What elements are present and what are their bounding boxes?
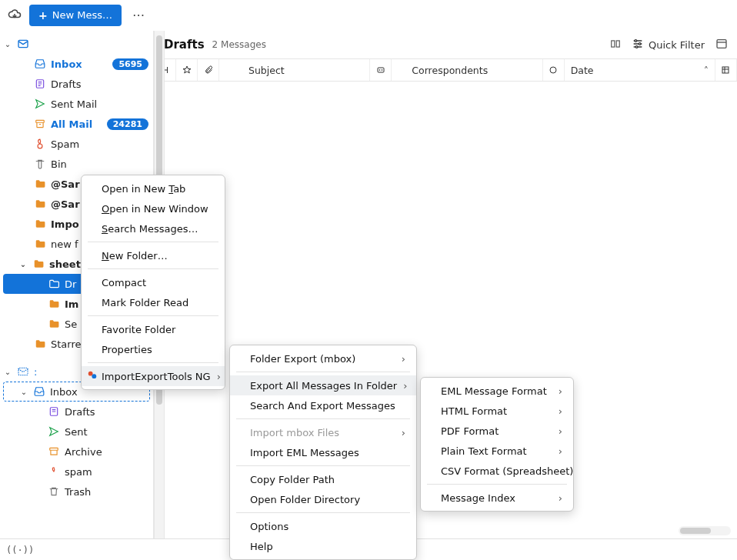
trash-icon: [34, 158, 46, 170]
folder-label: Inbox: [51, 58, 82, 70]
menu-import-mbox: Import mbox Files›: [230, 422, 416, 442]
svg-rect-2: [36, 120, 45, 122]
inbox-icon: [33, 385, 45, 398]
folder-spam-2[interactable]: spam: [0, 462, 153, 482]
svg-point-15: [550, 67, 556, 73]
menu-message-index[interactable]: Message Index›: [421, 488, 573, 508]
folder-label: Archive: [65, 446, 102, 458]
svg-point-17: [88, 371, 93, 375]
svg-rect-6: [612, 40, 615, 46]
folder-label: Se: [65, 318, 77, 330]
spam-icon: [48, 465, 60, 478]
col-subject[interactable]: Subject: [219, 59, 370, 81]
svg-point-8: [635, 39, 637, 42]
folder-sent-mail[interactable]: Sent Mail: [0, 94, 153, 114]
folder-label: spam: [65, 466, 92, 478]
menu-open-dir[interactable]: Open Folder Directory: [230, 489, 416, 509]
folder-bin[interactable]: Bin: [0, 154, 153, 174]
more-menu-button[interactable]: ⋯: [132, 8, 145, 22]
chevron-down-icon: ⌄: [18, 260, 28, 268]
folder-all-mail[interactable]: All Mail 24281: [0, 114, 153, 134]
main-scrollbar-h[interactable]: [679, 526, 731, 535]
chevron-right-icon: ›: [217, 371, 221, 382]
new-message-button[interactable]: + New Mess…: [29, 5, 122, 26]
col-junk[interactable]: [370, 59, 392, 81]
sort-asc-icon: ˄: [704, 65, 709, 76]
menu-new-folder[interactable]: New Folder…: [82, 245, 225, 265]
folder-inbox[interactable]: Inbox 5695: [0, 54, 153, 74]
folder-drafts[interactable]: Drafts: [0, 74, 153, 94]
menu-export-all[interactable]: Export All Messages In Folder›: [230, 375, 416, 395]
folder-trash-2[interactable]: Trash: [0, 482, 153, 502]
export-format-submenu: EML Message Format› HTML Format› PDF For…: [420, 377, 574, 512]
svg-point-10: [635, 45, 638, 48]
quick-filter-button[interactable]: Quick Filter: [632, 38, 705, 52]
archive-icon: [34, 118, 46, 130]
menu-importexport[interactable]: ImportExportTools NG ›: [82, 366, 225, 386]
menu-favorite[interactable]: Favorite Folder: [82, 319, 225, 339]
mailbox-icon: [17, 365, 29, 378]
folder-label: Sent: [65, 426, 88, 438]
spam-icon: [34, 138, 46, 150]
folder-spam[interactable]: Spam: [0, 134, 153, 154]
menu-mark-read[interactable]: Mark Folder Read: [82, 292, 225, 312]
svg-rect-3: [18, 368, 28, 375]
drafts-icon: [34, 78, 46, 90]
account1-row[interactable]: ⌄: [0, 34, 153, 54]
display-options-icon[interactable]: [715, 38, 728, 52]
menu-csv-format[interactable]: CSV Format (Spreadsheet): [421, 461, 573, 481]
trash-icon: [48, 485, 60, 498]
menu-folder-export[interactable]: Folder Export (mbox)›: [230, 348, 416, 368]
mailbox-icon: [17, 38, 29, 50]
importexport-submenu: Folder Export (mbox)› Export All Message…: [229, 345, 417, 560]
folder-label: Drafts: [65, 406, 95, 418]
folder-label: Impo: [51, 218, 79, 230]
menu-html-format[interactable]: HTML Format›: [421, 401, 573, 421]
archive-icon: [48, 445, 60, 458]
menu-help[interactable]: Help: [230, 536, 416, 556]
folder-icon: [34, 198, 46, 210]
svg-rect-12: [378, 68, 384, 72]
chevron-down-icon: ⌄: [19, 388, 28, 396]
account-label: :: [34, 366, 37, 378]
menu-open-window[interactable]: Open in New Window: [82, 198, 225, 218]
menu-search-export[interactable]: Search And Export Messages: [230, 395, 416, 415]
col-date[interactable]: Date ˄: [565, 59, 715, 81]
sliders-icon: [632, 38, 644, 52]
col-attachment[interactable]: [198, 59, 219, 81]
drafts-icon: [48, 405, 60, 418]
chevron-right-icon: ›: [402, 353, 405, 365]
col-picker[interactable]: [715, 59, 737, 81]
menu-compact[interactable]: Compact: [82, 272, 225, 292]
col-correspondents[interactable]: Correspondents: [392, 59, 542, 81]
folder-label: All Mail: [51, 118, 92, 130]
chevron-right-icon: ›: [559, 492, 562, 504]
layout-icon[interactable]: [610, 38, 621, 52]
column-headers: Subject Correspondents Date ˄: [155, 58, 737, 82]
menu-copy-path[interactable]: Copy Folder Path: [230, 469, 416, 489]
connectivity-icon[interactable]: ((·)): [6, 545, 34, 555]
sync-icon[interactable]: [6, 7, 23, 23]
col-star[interactable]: [176, 59, 198, 81]
folder-archive-2[interactable]: Archive: [0, 442, 153, 462]
svg-rect-16: [722, 67, 729, 73]
menu-search-messages[interactable]: Search Messages…: [82, 218, 225, 238]
menu-eml-format[interactable]: EML Message Format›: [421, 381, 573, 401]
chevron-right-icon: ›: [559, 445, 562, 457]
folder-label: Inbox: [50, 386, 78, 398]
chevron-right-icon: ›: [559, 425, 562, 437]
folder-drafts-2[interactable]: Drafts: [0, 402, 153, 422]
folder-icon: [34, 238, 46, 250]
folder-icon: [48, 318, 60, 330]
chevron-down-icon: ⌄: [3, 368, 12, 376]
menu-plain-format[interactable]: Plain Text Format›: [421, 441, 573, 461]
folder-sent-2[interactable]: Sent: [0, 422, 153, 442]
folder-label: Dr: [65, 278, 76, 290]
col-read[interactable]: [543, 59, 565, 81]
menu-open-tab[interactable]: Open in New Tab: [82, 178, 225, 198]
menu-import-eml[interactable]: Import EML Messages: [230, 442, 416, 462]
menu-pdf-format[interactable]: PDF Format›: [421, 421, 573, 441]
menu-options[interactable]: Options: [230, 516, 416, 536]
menu-properties[interactable]: Properties: [82, 339, 225, 359]
folder-label: Trash: [65, 486, 91, 498]
